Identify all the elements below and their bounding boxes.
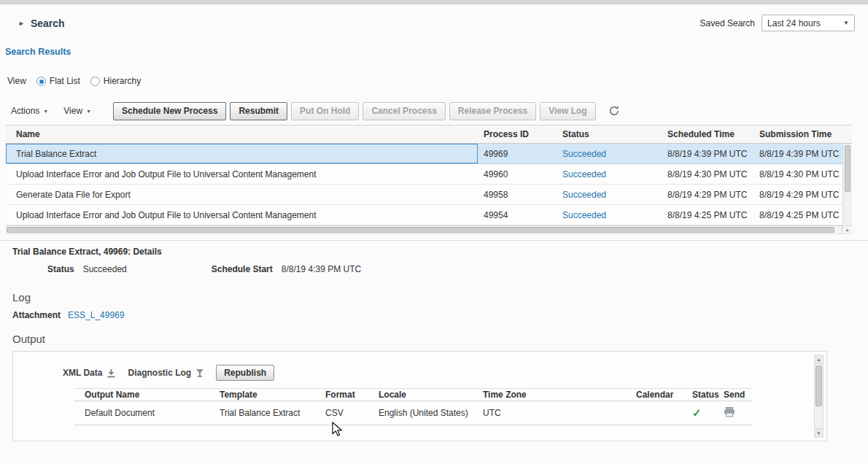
- radio-hierarchy-label: Hierarchy: [104, 76, 141, 86]
- column-header-name[interactable]: Name: [6, 125, 478, 143]
- search-section-title: Search: [31, 18, 65, 29]
- column-header-status: Status: [683, 390, 724, 400]
- output-table-row[interactable]: Default Document Trial Balance Extract C…: [74, 401, 752, 425]
- column-header-status[interactable]: Status: [557, 129, 662, 139]
- republish-button[interactable]: Republish: [216, 365, 274, 381]
- output-section-title: Output: [12, 333, 45, 345]
- column-header-locale: Locale: [379, 390, 483, 400]
- cell-submission-time: 8/8/19 4:39 PM UTC: [753, 149, 842, 159]
- saved-search-value: Last 24 hours: [767, 18, 821, 28]
- scrollbar-track: [6, 226, 842, 233]
- cell-locale: English (United States): [379, 408, 483, 418]
- output-panel: XML Data Diagnostic Log Republish Output…: [12, 351, 827, 441]
- results-toolbar: Actions ▼ View ▼ Schedule New Process Re…: [11, 101, 620, 120]
- print-icon[interactable]: [724, 409, 735, 419]
- cell-process-id: 49958: [478, 190, 557, 200]
- process-table-body: Trial Balance Extract 49969 Succeeded 8/…: [6, 144, 852, 225]
- saved-search-dropdown[interactable]: Last 24 hours ▼: [762, 15, 855, 31]
- cell-time-zone: UTC: [483, 408, 636, 418]
- cell-output-name: Default Document: [74, 408, 220, 418]
- dropdown-arrow-icon: ▼: [843, 20, 849, 26]
- status-value: Succeeded: [83, 264, 127, 274]
- radio-hierarchy[interactable]: [90, 77, 100, 86]
- scroll-down-arrow[interactable]: ▼: [815, 428, 823, 437]
- saved-search-label: Saved Search: [700, 18, 755, 28]
- details-row: Status Succeeded Schedule Start 8/8/19 4…: [47, 264, 361, 274]
- resubmit-button[interactable]: Resubmit: [230, 102, 287, 120]
- schedule-new-process-button[interactable]: Schedule New Process: [113, 102, 226, 120]
- disclosure-triangle-icon: ►: [18, 20, 25, 27]
- refresh-icon: [608, 105, 620, 117]
- cell-submission-time: 8/8/19 4:30 PM UTC: [753, 169, 842, 179]
- column-header-submission-time[interactable]: Submission Time: [753, 129, 842, 139]
- scrollbar-thumb[interactable]: [845, 145, 850, 192]
- view-selector: View Flat List Hierarchy: [7, 76, 141, 86]
- cell-name: Upload Interface Error and Job Output Fi…: [6, 205, 478, 225]
- cell-name: Trial Balance Extract: [6, 144, 478, 163]
- cell-process-id: 49954: [478, 210, 557, 220]
- table-horizontal-scrollbar[interactable]: ▲: [6, 225, 852, 234]
- put-on-hold-button: Put On Hold: [291, 102, 359, 120]
- cell-status: Succeeded: [557, 149, 662, 159]
- column-header-process-id[interactable]: Process ID: [478, 129, 557, 139]
- section-divider: [0, 240, 868, 241]
- scrollbar-thumb[interactable]: [7, 227, 834, 233]
- view-option-hierarchy[interactable]: Hierarchy: [90, 76, 141, 86]
- table-vertical-scrollbar[interactable]: [842, 144, 852, 225]
- radio-flat-list[interactable]: [36, 77, 46, 86]
- diagnostic-log-icon[interactable]: [195, 368, 204, 378]
- release-process-button: Release Process: [449, 102, 536, 120]
- download-icon[interactable]: [106, 368, 116, 378]
- output-toolbar: XML Data Diagnostic Log Republish: [63, 365, 278, 381]
- scroll-up-arrow[interactable]: ▲: [815, 355, 823, 364]
- column-header-scheduled-time[interactable]: Scheduled Time: [662, 129, 753, 139]
- column-header-time-zone: Time Zone: [483, 390, 636, 400]
- radio-flat-list-label: Flat List: [50, 76, 80, 86]
- table-row[interactable]: Generate Data File for Export 49958 Succ…: [6, 185, 842, 205]
- column-header-format: Format: [325, 390, 379, 400]
- process-table: Name Process ID Status Scheduled Time Su…: [6, 125, 852, 234]
- table-row[interactable]: Upload Interface Error and Job Output Fi…: [6, 205, 842, 225]
- attachment-label: Attachment: [12, 310, 61, 320]
- cell-name: Upload Interface Error and Job Output Fi…: [6, 164, 478, 184]
- cancel-process-button: Cancel Process: [363, 102, 445, 120]
- cell-send: [724, 407, 752, 419]
- status-label: Status: [47, 264, 74, 274]
- scrollbar-corner[interactable]: ▲: [842, 226, 852, 233]
- view-option-flat-list[interactable]: Flat List: [36, 76, 80, 86]
- saved-search: Saved Search Last 24 hours ▼: [700, 15, 855, 31]
- output-vertical-scrollbar[interactable]: ▲ ▼: [814, 355, 824, 438]
- column-header-output-name: Output Name: [74, 390, 220, 400]
- diagnostic-log-label[interactable]: Diagnostic Log: [128, 368, 191, 378]
- cell-status: Succeeded: [557, 190, 662, 200]
- cell-status: Succeeded: [557, 210, 662, 220]
- schedule-start-label: Schedule Start: [212, 264, 273, 274]
- menu-arrow-icon: ▼: [86, 109, 91, 114]
- schedule-start-value: 8/8/19 4:39 PM UTC: [282, 264, 361, 274]
- search-section-toggle[interactable]: ► Search: [18, 18, 65, 29]
- cell-process-id: 49960: [478, 169, 557, 179]
- cell-scheduled-time: 8/8/19 4:29 PM UTC: [662, 190, 753, 200]
- column-header-send: Send: [724, 390, 752, 400]
- column-header-calendar: Calendar: [636, 390, 683, 400]
- process-table-header: Name Process ID Status Scheduled Time Su…: [6, 125, 852, 144]
- scrollbar-thumb[interactable]: [815, 366, 822, 406]
- cell-name: Generate Data File for Export: [6, 185, 478, 204]
- view-log-button: View Log: [540, 102, 595, 120]
- menu-arrow-icon: ▼: [43, 109, 48, 114]
- refresh-button[interactable]: [608, 105, 620, 117]
- cell-scheduled-time: 8/8/19 4:39 PM UTC: [662, 149, 753, 159]
- cell-template: Trial Balance Extract: [220, 408, 325, 418]
- cell-format: CSV: [325, 408, 379, 418]
- table-row[interactable]: Upload Interface Error and Job Output Fi…: [6, 164, 842, 185]
- view-menu[interactable]: View ▼: [63, 106, 91, 116]
- output-table: Output Name Template Format Locale Time …: [74, 388, 752, 425]
- attachment-link[interactable]: ESS_L_49969: [68, 310, 124, 320]
- actions-menu-label: Actions: [11, 106, 39, 116]
- table-row[interactable]: Trial Balance Extract 49969 Succeeded 8/…: [6, 144, 842, 164]
- cell-status: ✓: [683, 407, 724, 419]
- search-results-title: Search Results: [5, 47, 71, 57]
- actions-menu[interactable]: Actions ▼: [11, 106, 48, 116]
- attachment-row: Attachment ESS_L_49969: [12, 310, 124, 320]
- xml-data-label[interactable]: XML Data: [63, 368, 102, 378]
